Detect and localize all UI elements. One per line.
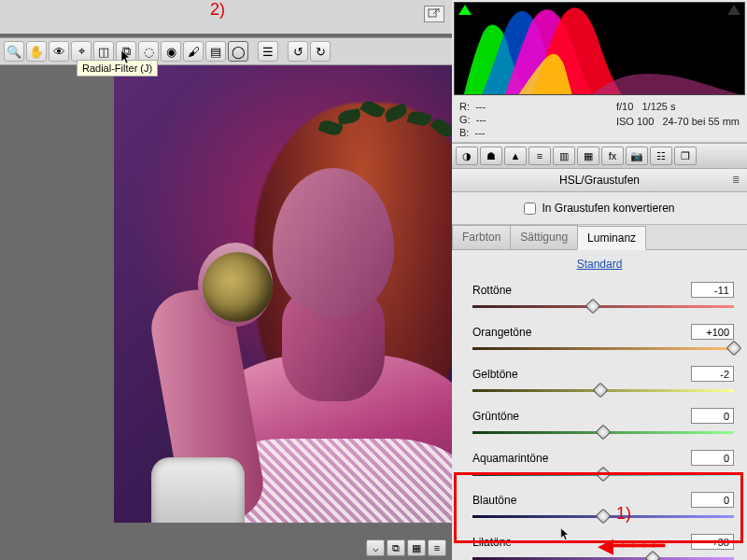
preview-top-bar: 2)	[0, 0, 452, 34]
detail-panel-icon[interactable]: ▲	[504, 147, 527, 165]
curve-panel-icon[interactable]: ☗	[480, 147, 502, 165]
adjustments-pane: R: --- G: --- B: --- f/10 1/125 s ISO 10…	[452, 0, 747, 560]
radial-filter-tool[interactable]: ◯	[228, 41, 248, 62]
slider-reds: Rottöne	[472, 282, 734, 311]
convert-grayscale-row: In Graustufen konvertieren	[452, 192, 747, 225]
tool-tooltip: Radial-Filter (J)	[77, 60, 158, 77]
tab-saturation[interactable]: Sättigung	[510, 225, 578, 249]
hsl-panel-icon[interactable]: ≡	[529, 147, 551, 165]
snapshots-panel-icon[interactable]: ❐	[674, 147, 697, 165]
color-sampler-tool[interactable]: ⌖	[71, 41, 92, 62]
rotate-ccw-button[interactable]: ↺	[288, 41, 308, 62]
section-header: HSL/Graustufen ≣	[452, 169, 747, 192]
shadow-clipping-icon[interactable]	[458, 5, 472, 15]
slider-label-reds: Rottöne	[472, 284, 512, 297]
luminance-sliders: RottöneOrangetöneGelbtöneGrüntöneAquamar…	[452, 278, 747, 560]
highlight-clipping-icon[interactable]	[727, 5, 740, 15]
slider-yellows: Gelbtöne	[472, 366, 734, 395]
slider-track-greens[interactable]	[472, 427, 734, 437]
compare-icon[interactable]: ⧉	[387, 539, 405, 556]
graduated-filter-tool[interactable]: ▤	[205, 41, 226, 62]
annotation-2: 2)	[210, 0, 225, 20]
annotation-1: 1)	[616, 504, 631, 524]
slider-label-greens: Grüntöne	[472, 410, 519, 423]
lens-value: 24-70 bei 55 mm	[662, 116, 740, 127]
slider-value-yellows[interactable]	[691, 366, 734, 382]
tab-hue[interactable]: Farbton	[452, 225, 511, 249]
basic-panel-icon[interactable]: ◑	[456, 147, 478, 165]
presets-panel-icon[interactable]: ☷	[650, 147, 672, 165]
slider-value-oranges[interactable]	[691, 324, 734, 340]
readout-b-label: B:	[459, 127, 469, 138]
grid-icon[interactable]: ▦	[407, 539, 426, 556]
aperture-value: f/10	[616, 101, 633, 112]
slider-greens: Grüntöne	[472, 408, 734, 437]
crop-tool[interactable]: ◫	[93, 41, 114, 62]
fx-panel-icon[interactable]: fx	[601, 147, 624, 165]
tool-strip: 🔍 ✋ 👁 ⌖ ◫ ⧉ ◌ ◉ 🖌 ▤ ◯ ☰ ↺ ↻	[0, 37, 452, 65]
slider-track-blues[interactable]	[472, 511, 734, 521]
panel-menu-icon[interactable]: ≣	[732, 175, 740, 185]
convert-grayscale-checkbox[interactable]	[524, 203, 536, 215]
slider-value-reds[interactable]	[691, 282, 734, 298]
slider-label-aquas: Aquamarintöne	[472, 452, 548, 465]
white-balance-tool[interactable]: 👁	[49, 41, 69, 62]
shutter-value: 1/125 s	[641, 101, 675, 112]
slider-value-aquas[interactable]	[691, 450, 734, 466]
preview-footer-icons: ⌵ ⧉ ▦ ≡	[366, 539, 446, 556]
slider-value-greens[interactable]	[691, 408, 734, 424]
redeye-tool[interactable]: ◉	[161, 41, 181, 62]
exif-readout: R: --- G: --- B: --- f/10 1/125 s ISO 10…	[452, 97, 747, 143]
hand-tool[interactable]: ✋	[26, 41, 47, 62]
split-panel-icon[interactable]: ▥	[553, 147, 575, 165]
rotate-cw-button[interactable]: ↻	[310, 41, 331, 62]
slider-label-blues: Blautöne	[472, 494, 516, 507]
cursor-icon	[121, 50, 133, 65]
reset-default-row: Standard	[452, 250, 747, 278]
panel-tab-strip: ◑ ☗ ▲ ≡ ▥ ▦ fx 📷 ☷ ❐	[452, 143, 747, 169]
tab-luminance[interactable]: Luminanz	[577, 226, 646, 250]
zoom-tool[interactable]: 🔍	[4, 41, 24, 62]
iso-value: ISO 100	[616, 116, 654, 127]
slider-track-reds[interactable]	[472, 301, 734, 311]
filter-icon[interactable]: ⌵	[366, 539, 385, 556]
spot-removal-tool[interactable]: ◌	[138, 41, 159, 62]
annotation-cursor-icon	[560, 528, 571, 541]
slider-blues: Blautöne	[472, 492, 734, 521]
camera-panel-icon[interactable]: 📷	[626, 147, 648, 165]
preview-pane: 2) 🔍 ✋ 👁 ⌖ ◫ ⧉ ◌ ◉ 🖌 ▤ ◯ ☰ ↺ ↻ Radial-Fi…	[0, 0, 452, 560]
histogram[interactable]	[454, 2, 745, 95]
slider-value-blues[interactable]	[691, 492, 734, 508]
slider-aquas: Aquamarintöne	[472, 450, 734, 479]
svg-rect-0	[429, 9, 436, 17]
readout-r-label: R:	[459, 101, 470, 112]
image-preview[interactable]	[114, 65, 452, 523]
slider-label-purples: Lilatöne	[472, 536, 512, 549]
readout-g-label: G:	[459, 114, 471, 125]
slider-track-yellows[interactable]	[472, 385, 734, 395]
slider-value-purples[interactable]	[691, 534, 734, 550]
hsl-subtabs: Farbton Sättigung Luminanz	[452, 225, 747, 250]
slider-track-aquas[interactable]	[472, 469, 734, 479]
detach-panel-button[interactable]	[424, 6, 444, 22]
reset-default-link[interactable]: Standard	[577, 258, 623, 271]
slider-label-oranges: Orangetöne	[472, 326, 531, 339]
annotation-arrow: ◀━━━━━	[598, 534, 663, 558]
adjustment-brush-tool[interactable]: 🖌	[183, 41, 204, 62]
slider-track-oranges[interactable]	[472, 343, 734, 353]
presets-button[interactable]: ☰	[258, 41, 278, 62]
section-title: HSL/Graustufen	[559, 174, 640, 187]
convert-grayscale-label: In Graustufen konvertieren	[542, 202, 674, 215]
lens-panel-icon[interactable]: ▦	[577, 147, 599, 165]
settings-icon[interactable]: ≡	[428, 539, 446, 556]
slider-oranges: Orangetöne	[472, 324, 734, 353]
slider-label-yellows: Gelbtöne	[472, 368, 518, 381]
